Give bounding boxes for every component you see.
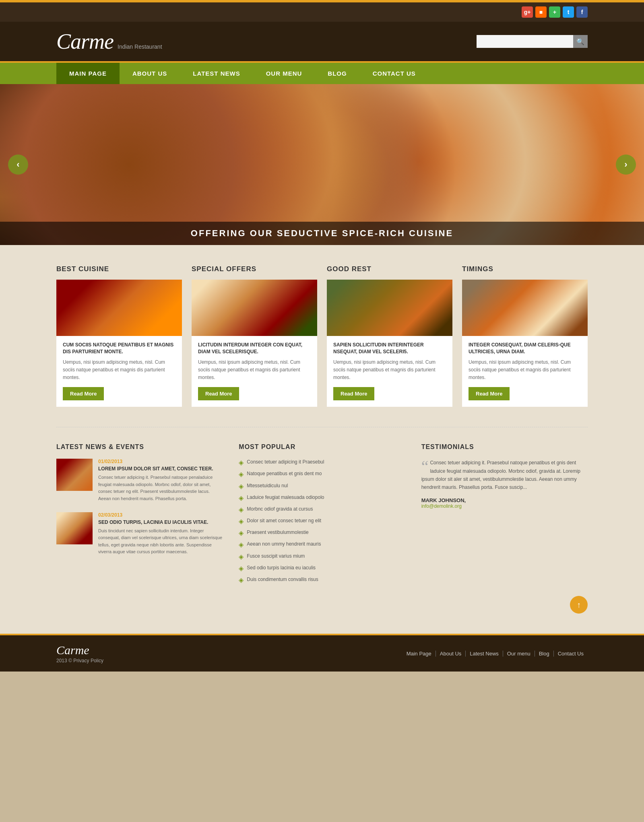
twitter-icon[interactable]: t xyxy=(563,6,574,18)
feature-title-cuisine: BEST CUISINE xyxy=(56,265,182,273)
read-more-button-timings[interactable]: Read More xyxy=(469,387,510,400)
feature-card-text-timings: Uempus, nisi ipsum adipiscing metus, nis… xyxy=(469,358,581,382)
popular-item-label: Laduice feugiat malesuada odiopolo xyxy=(247,494,324,501)
feature-card-cuisine-inner: CUM SOCIIS NATOQUE PENATIBUS ET MAGNIS D… xyxy=(56,280,182,407)
bullet-icon: ◈ xyxy=(239,459,244,466)
news-content-1: 01/02/2013 LOREM IPSUM DOLOR SIT AMET, C… xyxy=(98,459,223,502)
read-more-button-cuisine[interactable]: Read More xyxy=(63,387,104,400)
scroll-up-area: ↑ xyxy=(56,596,588,614)
footer-nav-latest-news[interactable]: Latest News xyxy=(466,651,503,657)
news-image-1 xyxy=(56,459,93,491)
popular-item[interactable]: ◈ Aeean non ummy hendrerit mauris xyxy=(239,541,405,548)
testimonial-author-email[interactable]: info@demolink.org xyxy=(421,503,588,509)
nav-our-menu[interactable]: OUR MENU xyxy=(253,63,315,84)
nav-about-us[interactable]: ABOUT US xyxy=(120,63,180,84)
nav-latest-news[interactable]: LATEST NEWS xyxy=(180,63,253,84)
search-button[interactable]: 🔍 xyxy=(573,35,588,48)
popular-item[interactable]: ◈ Mtessetuidiculu nul xyxy=(239,482,405,490)
scroll-up-button[interactable]: ↑ xyxy=(570,596,588,614)
header-main: Carme Indian Restaurant 🔍 xyxy=(0,22,644,63)
news-content-2: 02/03/2013 SED ODIO TURPIS, LACINIA EU I… xyxy=(98,512,223,556)
popular-item-label: Natoque penatibus et gnis dent mo xyxy=(247,470,322,477)
logo-subtitle: Indian Restaurant xyxy=(118,43,162,50)
feature-card-text-rest: Uempus, nisi ipsum adipiscing metus, nis… xyxy=(333,358,446,382)
feature-card-offers: SPECIAL OFFERS LICITUDIN INTERDUM INTEGE… xyxy=(192,265,317,407)
footer-nav-blog[interactable]: Blog xyxy=(535,651,554,657)
popular-item-label: Aeean non ummy hendrerit mauris xyxy=(247,541,321,548)
feature-card-cuisine: BEST CUISINE CUM SOCIIS NATOQUE PENATIBU… xyxy=(56,265,182,407)
latest-news-column: LATEST NEWS & EVENTS 01/02/2013 LOREM IP… xyxy=(56,443,223,588)
hero-image: ‹ › OFFERING OUR SEDUCTIVE SPICE-RICH CU… xyxy=(0,84,644,245)
search-input[interactable] xyxy=(477,35,573,48)
footer-logo[interactable]: Carme xyxy=(56,643,103,657)
popular-item-label: Consec tetuer adipicing it Praesebul xyxy=(247,459,324,466)
feature-body-rest: SAPIEN SOLLICITUDIN INTERINTEGER NSEQUAT… xyxy=(327,336,452,407)
logo-text[interactable]: Carme xyxy=(56,29,114,54)
gplus-icon[interactable]: + xyxy=(549,6,560,18)
testimonial-author-name: MARK JOHNSON, xyxy=(421,497,588,503)
feature-card-offers-inner: LICITUDIN INTERDUM INTEGER CON EQUAT, DI… xyxy=(192,280,317,407)
footer-nav-contact-us[interactable]: Contact Us xyxy=(554,651,588,657)
footer-nav-about-us[interactable]: About Us xyxy=(436,651,466,657)
footer-copy: 2013 © Privacy Policy xyxy=(56,658,103,663)
nav-blog[interactable]: BLOG xyxy=(315,63,359,84)
popular-item[interactable]: ◈ Natoque penatibus et gnis dent mo xyxy=(239,470,405,478)
most-popular-title: MOST POPULAR xyxy=(239,443,405,451)
slider-next-button[interactable]: › xyxy=(616,155,636,175)
quote-mark-icon: “ xyxy=(421,459,429,475)
nav-bar: MAIN PAGE ABOUT US LATEST NEWS OUR MENU … xyxy=(0,63,644,84)
popular-item-label: Dolor sit amet consec tetuer ng elit xyxy=(247,517,321,524)
popular-item[interactable]: ◈ Duis condimentum convallis risus xyxy=(239,576,405,584)
logo-area: Carme Indian Restaurant xyxy=(56,29,162,54)
feature-card-timings: TIMINGS INTEGER CONSEQUAT, DIAM CELERIS-… xyxy=(462,265,588,407)
popular-item[interactable]: ◈ Praesent vestibulummolestie xyxy=(239,529,405,537)
feature-card-rest: GOOD REST SAPIEN SOLLICITUDIN INTERINTEG… xyxy=(327,265,452,407)
popular-item-label: Praesent vestibulummolestie xyxy=(247,529,308,536)
feature-title-timings: TIMINGS xyxy=(462,265,588,273)
facebook-icon[interactable]: f xyxy=(576,6,588,18)
feature-img-timings xyxy=(462,280,588,336)
popular-list: ◈ Consec tetuer adipicing it Praesebul ◈… xyxy=(239,459,405,584)
footer-nav-main-page[interactable]: Main Page xyxy=(402,651,436,657)
features-row: BEST CUISINE CUM SOCIIS NATOQUE PENATIBU… xyxy=(56,265,588,407)
bullet-icon: ◈ xyxy=(239,506,244,513)
bullet-icon: ◈ xyxy=(239,564,244,572)
popular-item[interactable]: ◈ Morbnc odiof gravida at cursus xyxy=(239,506,405,513)
testimonial-box: “ Consec tetuer adipicing it. Praesebul … xyxy=(421,459,588,509)
news-text-2: Duis tincidunt nec sapien sollicitudin i… xyxy=(98,527,223,556)
slider-prev-button[interactable]: ‹ xyxy=(8,155,28,175)
feature-img-cuisine xyxy=(56,280,182,336)
popular-item[interactable]: ◈ Consec tetuer adipicing it Praesebul xyxy=(239,459,405,466)
header-top: g+ ■ + t f xyxy=(0,2,644,22)
feature-card-title-cuisine: CUM SOCIIS NATOQUE PENATIBUS ET MAGNIS D… xyxy=(63,342,175,355)
popular-item[interactable]: ◈ Fusce suscipit varius mium xyxy=(239,553,405,560)
read-more-button-offers[interactable]: Read More xyxy=(198,387,239,400)
google-plus-icon[interactable]: g+ xyxy=(522,6,533,18)
popular-item[interactable]: ◈ Dolor sit amet consec tetuer ng elit xyxy=(239,517,405,525)
feature-title-rest: GOOD REST xyxy=(327,265,452,273)
bullet-icon: ◈ xyxy=(239,470,244,478)
news-image-2 xyxy=(56,512,93,544)
content-area: BEST CUISINE CUM SOCIIS NATOQUE PENATIBU… xyxy=(0,245,644,634)
popular-item[interactable]: ◈ Sed odio turpis lacinia eu iaculis xyxy=(239,564,405,572)
footer-nav-our-menu[interactable]: Our menu xyxy=(503,651,535,657)
rss-icon[interactable]: ■ xyxy=(535,6,547,18)
testimonials-title: Testimonials xyxy=(421,443,588,451)
section-divider xyxy=(56,427,588,427)
nav-main-page[interactable]: MAIN PAGE xyxy=(56,63,120,84)
popular-item-label: Fusce suscipit varius mium xyxy=(247,553,305,560)
nav-contact-us[interactable]: CONTACT US xyxy=(360,63,429,84)
bullet-icon: ◈ xyxy=(239,494,244,502)
search-area: 🔍 xyxy=(477,35,588,48)
feature-body-cuisine: CUM SOCIIS NATOQUE PENATIBUS ET MAGNIS D… xyxy=(56,336,182,407)
most-popular-column: MOST POPULAR ◈ Consec tetuer adipicing i… xyxy=(239,443,405,588)
read-more-button-rest[interactable]: Read More xyxy=(333,387,374,400)
popular-item[interactable]: ◈ Laduice feugiat malesuada odiopolo xyxy=(239,494,405,502)
feature-card-text-cuisine: Uempus, nisi ipsum adipiscing metus, nis… xyxy=(63,358,175,382)
hero-food-background xyxy=(0,84,644,245)
hero-slider: ‹ › OFFERING OUR SEDUCTIVE SPICE-RICH CU… xyxy=(0,84,644,245)
news-title-1: LOREM IPSUM DOLOR SIT AMET, CONSEC TEER. xyxy=(98,466,223,472)
feature-title-offers: SPECIAL OFFERS xyxy=(192,265,317,273)
feature-card-title-rest: SAPIEN SOLLICITUDIN INTERINTEGER NSEQUAT… xyxy=(333,342,446,355)
bullet-icon: ◈ xyxy=(239,541,244,548)
